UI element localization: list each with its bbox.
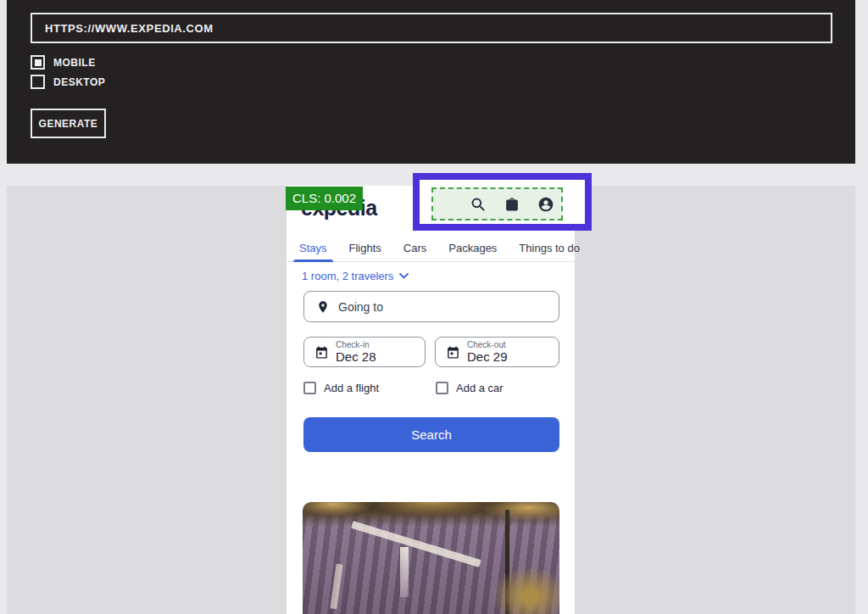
photo-grass <box>492 567 559 614</box>
location-pin-icon <box>316 300 330 314</box>
add-car-checkbox-row[interactable]: Add a car <box>436 382 504 394</box>
search-icon[interactable] <box>470 196 487 213</box>
generate-button[interactable]: GENERATE <box>31 109 106 138</box>
travelers-selector[interactable]: 1 room, 2 travelers <box>302 270 409 282</box>
photo-walkway <box>351 521 481 567</box>
destination-placeholder: Going to <box>338 300 383 314</box>
add-flight-label: Add a flight <box>324 382 379 394</box>
photo-rock-tower <box>331 563 343 608</box>
checkbox-mark <box>35 59 42 66</box>
checkout-label: Check-out <box>467 340 508 349</box>
phone-tabbar: Stays Flights Cars Packages Things to do <box>287 237 575 262</box>
calendar-icon <box>446 345 460 360</box>
photo-rock-tower <box>400 547 409 597</box>
generator-panel: MOBILE DESKTOP GENERATE <box>7 0 855 164</box>
travelers-label: 1 room, 2 travelers <box>302 270 393 282</box>
tab-stays[interactable]: Stays <box>299 237 327 262</box>
hero-photo <box>303 502 559 614</box>
add-car-checkbox[interactable] <box>436 382 448 394</box>
checkin-value: Dec 28 <box>336 349 376 364</box>
destination-field[interactable]: Going to <box>303 291 559 322</box>
add-car-label: Add a car <box>456 382 504 394</box>
account-icon[interactable] <box>537 196 554 213</box>
tab-flights[interactable]: Flights <box>349 237 381 262</box>
tab-cars[interactable]: Cars <box>403 237 426 262</box>
briefcase-icon[interactable] <box>504 196 520 213</box>
chevron-down-icon <box>399 273 409 279</box>
checkout-value: Dec 29 <box>467 349 508 364</box>
checkout-field[interactable]: Check-out Dec 29 <box>435 337 559 367</box>
shifted-region <box>431 187 563 220</box>
desktop-label: DESKTOP <box>53 76 105 88</box>
checkin-field[interactable]: Check-in Dec 28 <box>303 337 426 367</box>
add-flight-checkbox[interactable] <box>303 382 316 394</box>
checkin-text: Check-in Dec 28 <box>336 340 376 364</box>
search-button[interactable]: Search <box>303 417 559 452</box>
cls-score-badge: CLS: 0.002 <box>286 187 363 210</box>
checkout-text: Check-out Dec 29 <box>467 340 508 364</box>
mobile-checkbox[interactable] <box>31 55 45 70</box>
add-flight-checkbox-row[interactable]: Add a flight <box>303 382 379 394</box>
desktop-checkbox[interactable] <box>31 75 45 89</box>
url-input[interactable] <box>31 13 832 43</box>
layout-shift-highlight <box>413 173 592 231</box>
mobile-checkbox-row[interactable]: MOBILE <box>31 55 96 70</box>
tab-packages[interactable]: Packages <box>448 237 497 262</box>
tab-things-to-do[interactable]: Things to do <box>519 237 580 262</box>
calendar-icon <box>314 345 329 360</box>
checkin-label: Check-in <box>336 340 376 349</box>
desktop-checkbox-row[interactable]: DESKTOP <box>31 75 105 89</box>
mobile-label: MOBILE <box>53 57 96 69</box>
phone-screenshot: expedia Stays Flights Cars Packages Thin… <box>287 186 575 614</box>
